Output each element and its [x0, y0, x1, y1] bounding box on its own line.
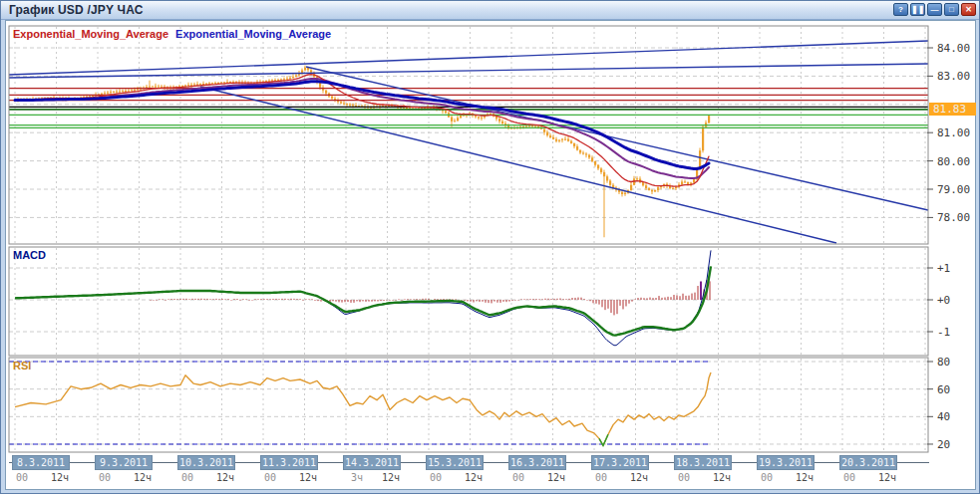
macd-tick: -1: [937, 326, 950, 339]
current-price-badge: 81.83: [929, 103, 976, 116]
date-badge: 14.3.2011: [343, 455, 401, 470]
window-controls: ?❚❚—□✕: [893, 3, 976, 16]
restore-button[interactable]: □: [944, 3, 959, 16]
price-tick: 78.00: [937, 211, 970, 224]
ema-label-red: Exponential_Moving_Average: [13, 28, 168, 40]
rsi-tick: 60: [937, 383, 950, 396]
time-label: 3ч: [351, 472, 363, 483]
rsi-pane[interactable]: [9, 358, 928, 452]
time-label: 00: [264, 472, 276, 483]
price-tick: 80.00: [937, 155, 970, 168]
pause-button[interactable]: ❚❚: [910, 3, 925, 16]
time-label: 00: [16, 472, 28, 483]
date-badge: 17.3.2011: [591, 455, 649, 470]
macd-label: MACD: [13, 249, 46, 261]
price-tick: 83.00: [937, 70, 970, 83]
close-button[interactable]: ✕: [961, 3, 976, 16]
title-bar[interactable]: График USD /JPY ЧАС ?❚❚—□✕: [1, 1, 979, 20]
chart-area: Exponential_Moving_AverageExponential_Mo…: [5, 20, 976, 490]
date-badge: 10.3.2011: [177, 455, 235, 470]
time-label: 00: [761, 472, 773, 483]
date-badge: 18.3.2011: [674, 455, 732, 470]
price-tick: 79.00: [937, 183, 970, 196]
minimize-button[interactable]: —: [927, 3, 942, 16]
date-badge: 20.3.2011: [839, 455, 897, 470]
time-label: 12ч: [382, 472, 400, 483]
rsi-tick: 40: [937, 410, 950, 423]
price-tick: 84.00: [937, 42, 970, 55]
time-label: 00: [843, 472, 855, 483]
date-badge: 15.3.2011: [426, 455, 484, 470]
time-label: 00: [678, 472, 690, 483]
chart-window: График USD /JPY ЧАС ?❚❚—□✕ Exponential_M…: [0, 0, 980, 494]
time-label: 12ч: [465, 472, 483, 483]
time-label: 12ч: [630, 472, 648, 483]
macd-tick: +0: [937, 294, 950, 307]
macd-tick: +1: [937, 262, 950, 275]
rsi-tick: 20: [937, 438, 950, 451]
date-badge: 19.3.2011: [757, 455, 815, 470]
rsi-tick: 80: [937, 356, 950, 369]
time-label: 12ч: [547, 472, 565, 483]
date-badge: 11.3.2011: [260, 455, 318, 470]
time-label: 00: [99, 472, 111, 483]
time-label: 12ч: [713, 472, 731, 483]
time-label: 00: [512, 472, 524, 483]
time-label: 00: [430, 472, 442, 483]
date-badge: 16.3.2011: [508, 455, 566, 470]
time-label: 12ч: [796, 472, 814, 483]
date-badge: 8.3.2011: [12, 455, 70, 470]
date-badge: 9.3.2011: [95, 455, 153, 470]
indicator-legend: Exponential_Moving_AverageExponential_Mo…: [13, 28, 331, 40]
time-label: 12ч: [134, 472, 152, 483]
price-tick: 81.00: [937, 126, 970, 139]
time-label: 12ч: [878, 472, 896, 483]
time-label: 12ч: [51, 472, 69, 483]
ema-label-blue: Exponential_Moving_Average: [175, 28, 331, 40]
time-label: 12ч: [216, 472, 234, 483]
time-label: 12ч: [299, 472, 317, 483]
macd-pane[interactable]: [9, 247, 928, 356]
window-title: График USD /JPY ЧАС: [9, 3, 144, 17]
help-button[interactable]: ?: [893, 3, 908, 16]
price-pane[interactable]: [9, 26, 928, 244]
rsi-label: RSI: [13, 360, 31, 371]
time-label: 00: [595, 472, 607, 483]
time-label: 00: [181, 472, 193, 483]
